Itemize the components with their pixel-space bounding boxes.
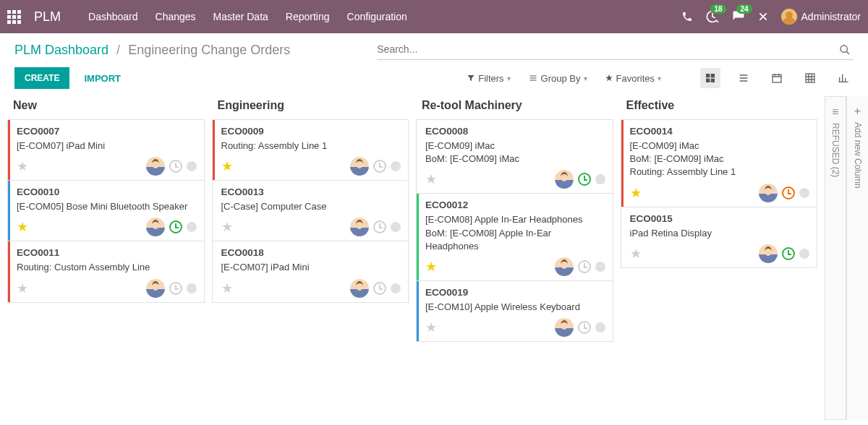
messages-icon[interactable]: 24 [732,10,745,23]
star-icon[interactable]: ★ [630,185,642,201]
star-icon[interactable]: ★ [425,319,437,335]
activity-clock-icon[interactable] [169,282,182,295]
priority-stripe [621,120,624,207]
assignee-avatar[interactable] [555,257,574,276]
groupby-menu[interactable]: Group By▾ [528,73,587,84]
view-list-icon[interactable] [733,68,754,88]
activity-clock-icon[interactable] [782,247,795,260]
menu-changes[interactable]: Changes [156,11,196,22]
view-pivot-icon[interactable] [800,68,820,88]
messages-badge: 24 [736,4,752,14]
assignee-avatar[interactable] [146,218,165,236]
assignee-avatar[interactable] [759,184,778,202]
create-button[interactable]: CREATE [14,67,69,89]
svg-rect-4 [711,79,715,82]
kanban-card[interactable]: ECO0007[E-COM07] iPad Mini★ [7,119,205,181]
kanban-card[interactable]: ECO0014[E-COM09] iMacBoM: [E-COM09] iMac… [621,119,818,207]
star-icon[interactable]: ★ [630,246,642,262]
column-title[interactable]: Engineering [212,96,409,119]
kanban-card[interactable]: ECO0013[C-Case] Computer Case★ [212,180,409,241]
kanban-board: NewECO0007[E-COM07] iPad Mini★ECO0010[E-… [0,96,825,420]
favorites-menu[interactable]: Favorites▾ [605,73,661,84]
column-title[interactable]: Re-tool Machinery [416,96,613,119]
folded-column-refused[interactable]: ≡ REFUSED (2) [825,96,846,420]
assignee-avatar[interactable] [350,157,369,176]
card-line: Routing: Assembly Line 1 [630,166,810,179]
activity-clock-icon[interactable] [169,220,182,233]
kanban-column: EffectiveECO0014[E-COM09] iMacBoM: [E-CO… [621,96,818,413]
state-dot-icon[interactable] [391,161,401,171]
assignee-avatar[interactable] [555,170,574,189]
kanban-card[interactable]: ECO0012[E-COM08] Apple In-Ear Headphones… [416,193,613,281]
menu-reporting[interactable]: Reporting [286,11,330,22]
column-title[interactable]: New [7,96,205,119]
activity-clock-icon[interactable] [373,220,386,233]
assignee-avatar[interactable] [759,244,778,263]
star-icon[interactable]: ★ [425,259,437,275]
add-column[interactable]: + Add new Column [846,96,868,420]
priority-stripe [8,120,10,180]
filters-menu[interactable]: Filters▾ [467,73,510,84]
priority-stripe [417,194,419,280]
close-icon[interactable] [758,12,768,22]
kanban-card[interactable]: ECO0010[E-COM05] Bose Mini Bluetooth Spe… [7,180,205,241]
star-icon[interactable]: ★ [17,158,28,174]
conversations-icon[interactable]: 18 [706,10,719,23]
kanban-card[interactable]: ECO0019[E-COM10] Apple Wireless Keyboard… [416,280,613,342]
activity-clock-icon[interactable] [782,186,795,199]
state-dot-icon[interactable] [595,262,605,272]
menu-configuration[interactable]: Configuration [347,11,407,22]
activity-clock-icon[interactable] [169,160,182,173]
activity-clock-icon[interactable] [578,321,591,334]
import-button[interactable]: IMPORT [80,72,125,85]
menu-dashboard[interactable]: Dashboard [88,11,138,22]
star-icon[interactable]: ★ [221,219,233,235]
star-icon[interactable]: ★ [17,280,28,296]
assignee-avatar[interactable] [146,157,165,176]
state-dot-icon[interactable] [187,283,197,293]
view-kanban-icon[interactable] [700,68,720,88]
card-title: ECO0018 [221,247,401,258]
search-input[interactable] [377,40,836,58]
svg-point-0 [841,46,847,52]
card-title: ECO0015 [630,213,810,224]
activity-clock-icon[interactable] [578,173,591,186]
svg-rect-3 [706,79,710,82]
state-dot-icon[interactable] [391,283,401,293]
phone-icon[interactable] [681,11,693,22]
state-dot-icon[interactable] [391,222,401,232]
star-icon[interactable]: ★ [221,280,233,296]
column-title[interactable]: Effective [621,96,818,119]
state-dot-icon[interactable] [595,322,605,332]
svg-rect-1 [706,74,710,77]
kanban-card[interactable]: ECO0018[E-COM07] iPad Mini★ [212,241,409,302]
state-dot-icon[interactable] [187,161,197,171]
state-dot-icon[interactable] [187,222,197,232]
star-icon[interactable]: ★ [17,219,28,235]
state-dot-icon[interactable] [799,188,809,198]
menu-master-data[interactable]: Master Data [213,11,268,22]
filters-label: Filters [478,73,503,84]
card-line: Routing: Custom Assembly Line [17,261,197,274]
kanban-card[interactable]: ECO0011Routing: Custom Assembly Line★ [7,241,205,302]
assignee-avatar[interactable] [555,318,574,337]
kanban-card[interactable]: ECO0015iPad Retina Display★ [621,207,818,268]
activity-clock-icon[interactable] [373,160,386,173]
assignee-avatar[interactable] [146,279,165,298]
kanban-card[interactable]: ECO0009Routing: Assembly Line 1★ [212,119,409,181]
star-icon[interactable]: ★ [425,171,437,187]
apps-icon[interactable] [7,10,21,24]
assignee-avatar[interactable] [350,218,369,236]
assignee-avatar[interactable] [350,279,369,298]
state-dot-icon[interactable] [595,174,605,184]
view-calendar-icon[interactable] [767,68,787,88]
search-icon[interactable] [836,44,854,58]
star-icon[interactable]: ★ [221,158,233,174]
activity-clock-icon[interactable] [373,282,386,295]
breadcrumb-root[interactable]: PLM Dashboard [14,43,109,57]
user-menu[interactable]: Administrator [781,9,861,25]
activity-clock-icon[interactable] [578,260,591,273]
kanban-card[interactable]: ECO0008[E-COM09] iMacBoM: [E-COM09] iMac… [416,119,613,194]
state-dot-icon[interactable] [799,249,809,259]
view-graph-icon[interactable] [833,68,854,88]
